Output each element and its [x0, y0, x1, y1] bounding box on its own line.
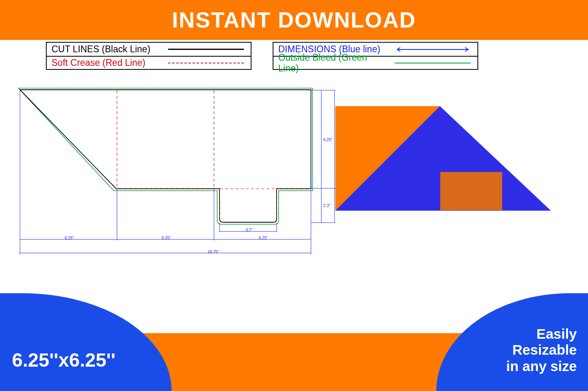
legend-left: CUT LINES (Black Line) Soft Crease (Red … [46, 42, 251, 70]
line-sample-green-icon [395, 63, 471, 63]
legend-crease-sample [166, 63, 251, 63]
bleed-path [18, 88, 313, 224]
preview-pocket [440, 172, 502, 210]
header-banner: INSTANT DOWNLOAD [0, 0, 588, 40]
legend-row-bleed: Outside Bleed (Green Line) [273, 56, 477, 69]
dim-panel3: 6.25" [259, 236, 268, 240]
line-sample-black-icon [168, 49, 244, 50]
dim-panel1: 6.25" [65, 236, 74, 240]
legend-row-crease: Soft Crease (Red Line) [47, 56, 251, 69]
legend-bleed-sample [393, 63, 477, 63]
preview-svg [335, 106, 553, 211]
legend-row-cut: CUT LINES (Black Line) [47, 43, 251, 56]
cut-path [20, 90, 311, 222]
dim-lines [20, 90, 335, 255]
size-badge: 6.25''x6.25'' [0, 293, 172, 391]
legend-bleed-label: Outside Bleed (Green Line) [273, 52, 393, 74]
dim-height-main: 6.25" [323, 138, 333, 142]
dim-notch: 3.7" [245, 228, 252, 232]
crease-group [116, 91, 311, 219]
dieline-svg [16, 88, 343, 259]
dim-height-flap: 2.3" [323, 203, 330, 208]
size-badge-text: 6.25''x6.25'' [12, 349, 115, 371]
legend-cut-label: CUT LINES (Black Line) [47, 44, 166, 55]
legend-dim-sample [393, 46, 477, 53]
arrow-blue-icon [395, 46, 471, 53]
line-sample-red-icon [168, 63, 244, 63]
legend-cut-sample [166, 49, 251, 50]
resize-line2: Resizable [513, 342, 577, 358]
resize-line1: Easily [537, 326, 577, 342]
resize-line3: in any size [506, 358, 577, 374]
header-title: INSTANT DOWNLOAD [172, 7, 416, 33]
dim-total-width: 18.75" [208, 250, 219, 254]
resize-badge: Easily Resizable in any size [436, 293, 588, 391]
legend-right: DIMENSIONS (Blue line) Outside Bleed (Gr… [273, 42, 478, 70]
color-preview [335, 106, 553, 211]
dim-panel2: 6.25" [162, 236, 171, 240]
legend-crease-label: Soft Crease (Red Line) [47, 57, 166, 68]
dieline-drawing: 6.25" 6.25" 6.25" 18.75" 3.7" 6.25" 8.55… [16, 88, 343, 259]
